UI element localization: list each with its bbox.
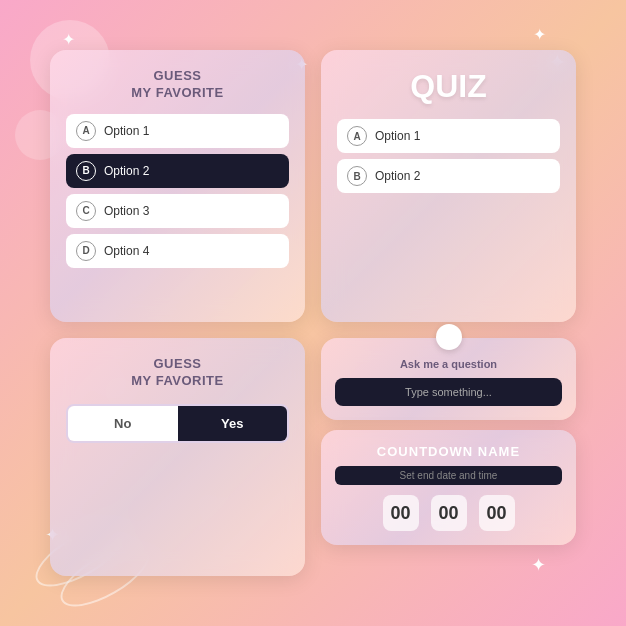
ask-input-placeholder[interactable]: Type something... xyxy=(335,378,562,406)
digit-seconds: 00 xyxy=(479,495,515,531)
guess-favorite-card: GUESS MY FAVORITE A Option 1 B Option 2 … xyxy=(50,50,305,322)
quiz-option-b-badge: B xyxy=(347,166,367,186)
ask-question-card: Ask me a question Type something... xyxy=(321,338,576,420)
circle-connector xyxy=(436,324,462,350)
countdown-title: COUNTDOWN NAME xyxy=(335,444,562,459)
no-button[interactable]: No xyxy=(68,406,178,441)
option-d-badge: D xyxy=(76,241,96,261)
guess-yesno-card: GUESS MY FAVORITE No Yes xyxy=(50,338,305,576)
option-c-row[interactable]: C Option 3 xyxy=(66,194,289,228)
quiz-card: QUIZ A Option 1 B Option 2 xyxy=(321,50,576,322)
yes-button[interactable]: Yes xyxy=(178,406,288,441)
digit-minutes: 00 xyxy=(431,495,467,531)
right-column: Ask me a question Type something... COUN… xyxy=(321,338,576,576)
option-a-row[interactable]: A Option 1 xyxy=(66,114,289,148)
countdown-subtitle[interactable]: Set end date and time xyxy=(335,466,562,485)
option-d-text: Option 4 xyxy=(104,244,149,258)
option-a-text: Option 1 xyxy=(104,124,149,138)
guess-card-title: GUESS MY FAVORITE xyxy=(66,68,289,102)
option-b-badge: B xyxy=(76,161,96,181)
option-b-row[interactable]: B Option 2 xyxy=(66,154,289,188)
option-d-row[interactable]: D Option 4 xyxy=(66,234,289,268)
countdown-card: COUNTDOWN NAME Set end date and time 00 … xyxy=(321,430,576,545)
quiz-option-b-row[interactable]: B Option 2 xyxy=(337,159,560,193)
star-icon-3: ✦ xyxy=(533,25,546,44)
digit-hours: 00 xyxy=(383,495,419,531)
yesno-card-title: GUESS MY FAVORITE xyxy=(66,356,289,390)
star-icon-1: ✦ xyxy=(62,30,75,49)
quiz-title: QUIZ xyxy=(337,68,560,105)
quiz-option-a-badge: A xyxy=(347,126,367,146)
main-grid: GUESS MY FAVORITE A Option 1 B Option 2 … xyxy=(50,50,576,576)
option-c-badge: C xyxy=(76,201,96,221)
quiz-option-a-text: Option 1 xyxy=(375,129,420,143)
option-c-text: Option 3 xyxy=(104,204,149,218)
countdown-digits-row: 00 00 00 xyxy=(335,495,562,531)
quiz-option-b-text: Option 2 xyxy=(375,169,420,183)
ask-card-title: Ask me a question xyxy=(335,358,562,370)
option-b-text: Option 2 xyxy=(104,164,149,178)
yesno-row: No Yes xyxy=(66,404,289,443)
quiz-option-a-row[interactable]: A Option 1 xyxy=(337,119,560,153)
option-a-badge: A xyxy=(76,121,96,141)
